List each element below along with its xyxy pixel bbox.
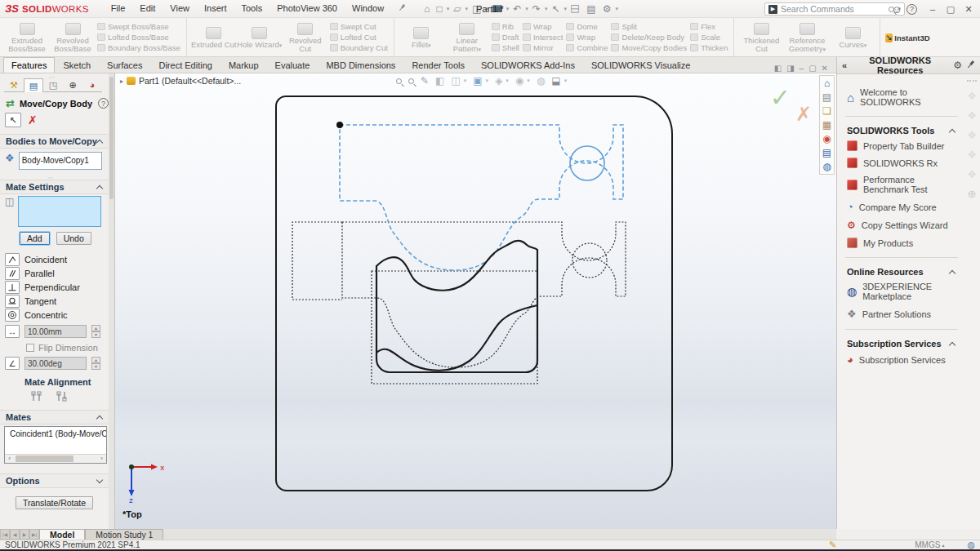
file-explorer-tab-icon[interactable]: ❏ xyxy=(822,105,831,117)
collapse-pane-icon[interactable]: « xyxy=(842,60,847,70)
help-icon[interactable]: ? xyxy=(906,4,923,15)
custom-properties-tab-icon[interactable]: ▤ xyxy=(822,147,831,158)
pm-help-icon[interactable]: ? xyxy=(98,98,109,109)
ribbon-reference-geometry-button[interactable]: Reference Geometry▾ xyxy=(784,21,830,54)
translate-rotate-button[interactable]: Translate/Rotate xyxy=(16,496,93,509)
ribbon-extruded-boss-button[interactable]: Extruded Boss/Base xyxy=(4,21,50,53)
pm-scrollbar-thumb[interactable] xyxy=(109,77,114,199)
tab-solidworks-addins[interactable]: SOLIDWORKS Add-Ins xyxy=(473,57,583,73)
ribbon-lofted-boss-button[interactable]: Lofted Boss/Base xyxy=(97,33,180,42)
ribbon-dome-button[interactable]: Dome xyxy=(566,22,608,31)
menu-insert[interactable]: Insert xyxy=(197,1,234,16)
restore-icon[interactable]: ▢ xyxy=(942,4,959,15)
open-caret-icon[interactable]: ▾ xyxy=(465,6,468,12)
properties-icon[interactable]: ▤ xyxy=(584,3,598,15)
mate-settings-section-header[interactable]: Mate Settings xyxy=(0,180,109,194)
prev-tab-arrow-icon[interactable]: ◀ xyxy=(10,529,20,540)
distance-input[interactable]: 10.00mm xyxy=(24,325,87,338)
menu-pin-icon[interactable] xyxy=(391,1,413,16)
flip-dimension-checkbox[interactable] xyxy=(26,344,34,352)
ribbon-curves-button[interactable]: Curves▾ xyxy=(830,25,875,50)
new-caret-icon[interactable]: ▾ xyxy=(447,6,450,12)
tab-surfaces[interactable]: Surfaces xyxy=(99,57,150,73)
angle-input[interactable]: 30.00deg xyxy=(24,357,87,370)
anti-aligned-icon[interactable] xyxy=(55,390,69,404)
ribbon-shell-button[interactable]: Shell xyxy=(492,43,519,52)
feature-manager-tab-icon[interactable]: ⚒ xyxy=(4,78,24,92)
curves-caret-icon[interactable]: ▾ xyxy=(864,42,867,48)
print-caret-icon[interactable]: ▾ xyxy=(506,6,510,12)
ribbon-lofted-cut-button[interactable]: Lofted Cut xyxy=(330,33,388,42)
ribbon-thicken-button[interactable]: Thicken xyxy=(690,43,728,52)
design-library-tab-icon[interactable]: ▤ xyxy=(822,91,831,103)
dimxpert-manager-tab-icon[interactable]: ⊕ xyxy=(63,78,82,92)
subscription-services-section-header[interactable]: Subscription Services xyxy=(845,335,958,350)
bodies-section-header[interactable]: Bodies to Move/Copy xyxy=(0,134,109,149)
mates-list[interactable]: Coincident1 (Body-Move/Copy1,B ‹ › xyxy=(4,426,107,464)
ribbon-extruded-cut-button[interactable]: Extruded Cut xyxy=(191,25,237,49)
mate-type-coincident[interactable]: Coincident xyxy=(5,253,67,266)
menu-window[interactable]: Window xyxy=(345,1,391,16)
menu-file[interactable]: File xyxy=(104,1,133,16)
distance-stepper[interactable]: ▲▼ xyxy=(91,325,100,338)
ribbon-mirror-button[interactable]: Mirror xyxy=(523,43,563,52)
marketplace-tab-icon[interactable]: ◍ xyxy=(822,161,831,172)
scrollbar-thumb[interactable] xyxy=(16,455,74,462)
home-icon[interactable]: ⌂ xyxy=(421,3,432,15)
welcome-to-solidworks-link[interactable]: ⌂ Welcome to SOLIDWORKS xyxy=(845,84,958,110)
prev-document-icon[interactable]: ◧ xyxy=(774,64,782,73)
options-gear-icon[interactable]: ⚙ xyxy=(600,3,614,15)
ribbon-split-button[interactable]: Split xyxy=(611,22,687,31)
pane-options-gear-icon[interactable]: ⚙ xyxy=(953,60,962,71)
mate-type-concentric[interactable]: Concentric xyxy=(5,309,68,322)
new-document-icon[interactable]: □ xyxy=(434,3,444,15)
part-outline-path[interactable] xyxy=(276,96,672,491)
ribbon-boundary-cut-button[interactable]: Boundary Cut xyxy=(330,43,388,52)
redo-caret-icon[interactable]: ▾ xyxy=(545,6,548,12)
open-icon[interactable]: ▱ xyxy=(451,3,463,15)
scroll-right-icon[interactable]: › xyxy=(97,455,106,463)
ribbon-draft-button[interactable]: Draft xyxy=(492,33,519,42)
ribbon-boundary-boss-button[interactable]: Boundary Boss/Base xyxy=(97,43,180,52)
mates-section-header[interactable]: Mates xyxy=(0,410,109,424)
configuration-manager-tab-icon[interactable]: ◳ xyxy=(43,78,63,92)
solidworks-rx-link[interactable]: SOLIDWORKS Rx xyxy=(845,154,958,171)
next-tab-arrow-icon[interactable]: ▶ xyxy=(20,529,29,540)
attachments-icon[interactable]: ◫ xyxy=(570,2,581,16)
ribbon-linear-pattern-button[interactable]: Linear Pattern▾ xyxy=(444,21,490,54)
ribbon-fillet-button[interactable]: Fillet▾ xyxy=(399,25,444,50)
pm-scrollbar[interactable] xyxy=(109,73,114,529)
user-account-icon[interactable]: ☺ xyxy=(889,3,905,16)
mates-horizontal-scrollbar[interactable]: ‹ › xyxy=(5,454,106,463)
marketplace-link[interactable]: ◍ 3DEXPERIENCE Marketplace xyxy=(845,278,958,304)
tab-render-tools[interactable]: Render Tools xyxy=(403,57,473,73)
tab-mbd-dimensions[interactable]: MBD Dimensions xyxy=(318,57,403,73)
aligned-icon[interactable] xyxy=(29,390,43,404)
menu-view[interactable]: View xyxy=(163,1,197,16)
menu-tools[interactable]: Tools xyxy=(234,1,270,16)
undo-caret-icon[interactable]: ▾ xyxy=(525,6,528,12)
first-tab-arrow-icon[interactable]: |◀ xyxy=(0,529,10,540)
next-document-icon[interactable]: ◨ xyxy=(786,64,794,73)
angle-stepper[interactable]: ▲▼ xyxy=(91,357,100,370)
doc-minimize-icon[interactable]: – xyxy=(800,64,804,73)
original-profile-path[interactable] xyxy=(292,222,626,367)
tab-sketch[interactable]: Sketch xyxy=(55,57,99,73)
mate-list-item[interactable]: Coincident1 (Body-Move/Copy1,B xyxy=(10,429,106,438)
ribbon-thickened-cut-button[interactable]: Thickened Cut xyxy=(738,21,784,53)
ribbon-move-copy-bodies-button[interactable]: Move/Copy Bodies xyxy=(611,43,687,52)
reference-geometry-caret-icon[interactable]: ▾ xyxy=(823,47,826,52)
solidworks-tools-section-header[interactable]: SOLIDWORKS Tools xyxy=(845,122,958,137)
minimize-icon[interactable]: – xyxy=(924,4,941,14)
options-caret-icon[interactable]: ▾ xyxy=(615,6,618,12)
scroll-left-icon[interactable]: ‹ xyxy=(5,455,14,463)
print-icon[interactable] xyxy=(490,3,505,15)
pane-pin-icon[interactable] xyxy=(967,60,975,71)
ribbon-combine-button[interactable]: Combine xyxy=(566,43,608,52)
mate-selection-box[interactable] xyxy=(18,196,101,227)
view-palette-tab-icon[interactable]: ▦ xyxy=(822,119,831,131)
sketch-start-point[interactable] xyxy=(336,122,343,128)
toolbar-grip[interactable] xyxy=(967,80,977,82)
model-tab[interactable]: Model xyxy=(39,529,85,540)
partner-solutions-link[interactable]: ❖ Partner Solutions xyxy=(845,304,958,323)
